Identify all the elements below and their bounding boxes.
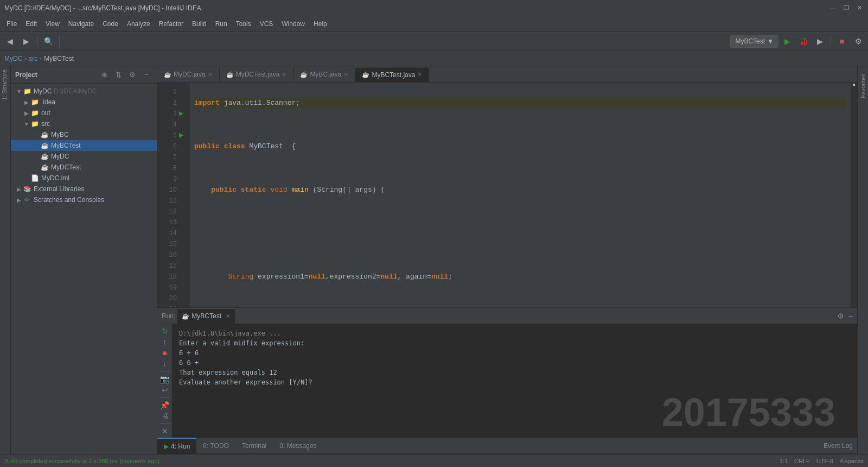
mydc-folder-icon: 📁 [23,87,31,96]
restore-button[interactable]: ❐ [842,4,851,12]
run-pin-btn[interactable]: 📌 [159,400,171,409]
tree-mybctest[interactable]: ☕ MyBCTest [11,140,157,151]
right-sidebar-label[interactable]: Favorites [859,71,867,102]
tree-idea[interactable]: ▶ 📁 .idea [11,97,157,108]
tree-src[interactable]: ▼ 📁 src [11,118,157,129]
run-tab-label: MyBCTest [192,312,221,320]
bc-mydc[interactable]: MyDC [4,55,22,62]
tree-mybc-label: MyBC [51,131,69,138]
menu-item-edit[interactable]: Edit [21,18,41,30]
tab-mybctest[interactable]: ☕ MyBCTest.java ✕ [355,67,429,82]
tab-mydctest-close[interactable]: ✕ [282,71,286,78]
main-area: 1: Structure Project ⊕ ⇅ ⚙ − ▼ 📁 MyDC D:… [0,66,868,454]
title-text: MyDC [D:/IDEA/MyDC] - ...src/MyBCTest.ja… [4,4,829,12]
line-ending: CRLF [794,458,810,464]
menu-item-view[interactable]: View [41,18,64,30]
tree-iml[interactable]: 📄 MyDC.iml [11,173,157,184]
menu-item-run[interactable]: Run [211,18,232,30]
run-panel-minimize-btn[interactable]: − [848,312,857,320]
bottom-tab-todo[interactable]: 6: TODO [196,438,235,454]
tree-mydc-file[interactable]: ☕ MyDC [11,151,157,162]
project-equalize-btn[interactable]: ⇅ [112,69,124,81]
tab-mydctest[interactable]: ☕ MyDCTest.java ✕ [220,67,294,82]
status-right: 1:1 CRLF UTF-8 4 spaces [780,458,864,464]
run-coverage-btn[interactable]: ▶ [812,34,827,49]
tree-out[interactable]: ▶ 📁 out [11,108,157,118]
bottom-tab-run[interactable]: ▶ 4: Run [157,438,196,454]
gutter-marker [853,84,855,86]
run-print-btn[interactable]: 🖨 [159,411,171,420]
run-restart-btn[interactable]: ↻ [159,326,171,336]
close-button[interactable]: ✕ [855,4,864,12]
run-wrap-btn[interactable]: ↩ [159,385,171,394]
tree-ext-libs[interactable]: ▶ 📚 External Libraries [11,184,157,194]
tab-mybc-close[interactable]: ✕ [343,71,348,78]
tree-mybc[interactable]: ☕ MyBC [11,129,157,140]
run-scroll-up-btn[interactable]: ↑ [159,337,171,346]
menu-item-code[interactable]: Code [98,18,123,30]
menu-item-refactor[interactable]: Refactor [155,18,188,30]
run-close-btn[interactable]: ✕ [159,426,171,436]
run-output: D:\jdk1.8\bin\java.exe ... Enter a valid… [173,324,857,438]
menu-item-window[interactable]: Window [277,18,309,30]
stop-btn[interactable]: ■ [834,34,850,49]
bottom-tab-messages[interactable]: 0: Messages [273,438,323,454]
tab-mydc-close[interactable]: ✕ [208,71,213,78]
code-editor[interactable]: 1 2 3 4 5 6 7 8 9 10 11 12 13 14 15 16 1… [157,83,857,307]
run-config-selector[interactable]: MyBCTest ▼ [730,35,778,48]
tree-src-label: src [41,120,50,128]
run-output-path: D:\jdk1.8\bin\java.exe ... [179,329,851,338]
tab-mydc[interactable]: ☕ MyDC.java ✕ [157,67,220,82]
toolbar: ◀ ▶ 🔍 MyBCTest ▼ ▶ 🐞 ▶ ■ ⚙ [0,31,868,51]
menu-item-help[interactable]: Help [309,18,331,30]
menu-item-tools[interactable]: Tools [232,18,256,30]
tree-src-arrow: ▼ [23,121,30,127]
tab-mydc-icon: ☕ [164,71,171,78]
project-settings-btn[interactable]: ⚙ [126,69,138,81]
project-minimize-btn[interactable]: − [141,69,152,81]
bottom-tabs: ▶ 4: Run 6: TODO Terminal 0: Messages Ev… [157,438,857,454]
run-scroll-down-btn[interactable]: ↓ [159,359,171,368]
menu-item-vcs[interactable]: VCS [256,18,278,30]
tree-scratches[interactable]: ▶ ✏ Scratches and Consoles [11,194,157,205]
bc-src[interactable]: src [29,55,37,62]
toolbar-sep-1 [37,36,37,47]
src-folder-icon: 📁 [30,119,39,128]
project-sync-btn[interactable]: ⊕ [98,69,110,81]
bottom-tab-terminal-label: Terminal [242,442,266,450]
run-panel-header: Run: ☕ MyBCTest ✕ ⚙ − [157,308,857,324]
bottom-tab-terminal[interactable]: Terminal [235,438,273,454]
cursor-position: 1:1 [780,458,788,464]
debug-btn[interactable]: 🐞 [796,34,811,49]
menu-item-file[interactable]: File [2,18,21,30]
structure-sidebar-label[interactable]: 1: Structure [0,66,10,104]
toolbar-search-btn[interactable]: 🔍 [41,34,56,49]
menu-item-build[interactable]: Build [188,18,211,30]
minimize-button[interactable]: — [829,4,838,12]
indent-info: 4 spaces [840,458,864,464]
menu-item-navigate[interactable]: Navigate [64,18,98,30]
run-camera-btn[interactable]: 📷 [159,374,171,383]
run-active-tab[interactable]: ☕ MyBCTest ✕ [177,308,235,324]
event-log-btn[interactable]: Event Log [824,442,857,450]
run-gutter-5[interactable]: ▶ [179,130,183,140]
menu-item-analyze[interactable]: Analyze [123,18,155,30]
toolbar-sep-2 [59,36,60,47]
tree-root[interactable]: ▼ 📁 MyDC D:\IDEA\MyDC [11,86,157,97]
bc-mybctest[interactable]: MyBCTest [44,55,74,62]
run-stop-btn[interactable]: ■ [159,348,171,357]
build-btn[interactable]: ⚙ [851,34,866,49]
run-panel: Run: ☕ MyBCTest ✕ ⚙ − ↻ ↑ ■ ↓ 📷 ↩ [157,307,857,438]
run-panel-settings-btn[interactable]: ⚙ [837,312,848,320]
tab-mybctest-close[interactable]: ✕ [417,71,422,78]
run-btn[interactable]: ▶ [780,34,795,49]
project-panel: Project ⊕ ⇅ ⚙ − ▼ 📁 MyDC D:\IDEA\MyDC ▶ … [11,66,157,454]
tree-mydctest[interactable]: ☕ MyDCTest [11,162,157,173]
run-tab-close[interactable]: ✕ [226,313,231,320]
code-content[interactable]: import java.util.Scanner; public class M… [190,83,851,307]
run-gutter-3[interactable]: ▶ [179,109,183,118]
toolbar-forward-btn[interactable]: ▶ [18,34,34,49]
tab-mybc[interactable]: ☕ MyBC.java ✕ [293,67,355,82]
toolbar-back-btn[interactable]: ◀ [2,34,17,49]
tree-out-arrow: ▶ [23,110,30,116]
